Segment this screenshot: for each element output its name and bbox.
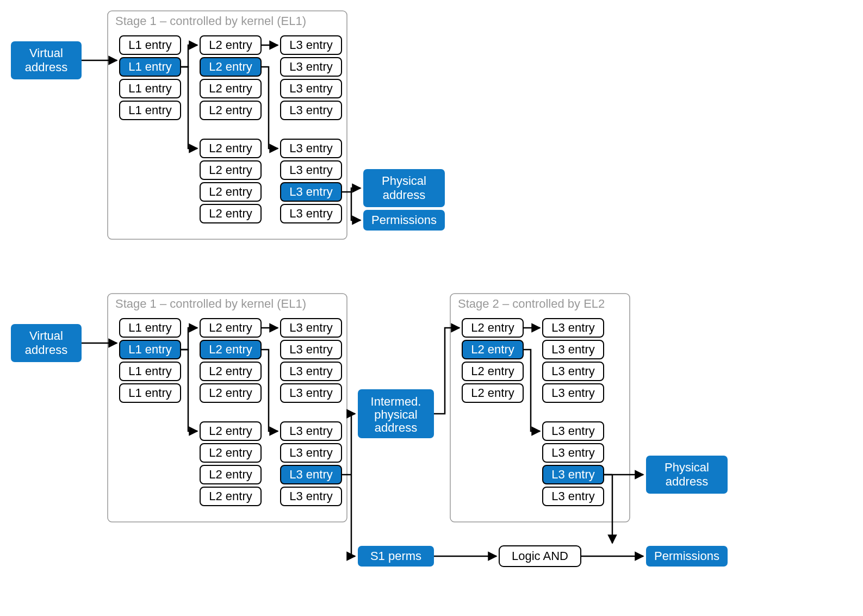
- bot-l2b-0-label: L2 entry: [209, 424, 252, 438]
- s2-l3t-0-label: L3 entry: [551, 321, 595, 334]
- logic-and-label: Logic AND: [512, 549, 568, 563]
- arrow: [351, 475, 355, 556]
- top-l2b-2-label: L2 entry: [209, 185, 252, 198]
- ipa-l3: address: [375, 421, 417, 434]
- bot-l2t-2-label: L2 entry: [209, 364, 252, 378]
- ipa-l2: physical: [374, 408, 417, 421]
- top-l3t-2-label: L3 entry: [289, 82, 333, 95]
- bot-l2b-2-label: L2 entry: [209, 468, 252, 481]
- bot-pa-l2: address: [666, 475, 708, 488]
- bot-va-l1: Virtual: [29, 329, 63, 343]
- bot-l2t-3-label: L2 entry: [209, 386, 252, 400]
- arrow: [181, 350, 197, 431]
- s1-perms-label: S1 perms: [370, 549, 421, 563]
- top-l1-2-label: L1 entry: [128, 82, 172, 95]
- s2-l3b-3-label: L3 entry: [551, 489, 595, 503]
- bot-l1-3-label: L1 entry: [128, 386, 172, 400]
- arrow: [261, 67, 278, 148]
- top-l3b-0-label: L3 entry: [289, 141, 333, 155]
- s2-l3b-2-label: L3 entry: [551, 468, 595, 481]
- top-l2t-1-label: L2 entry: [209, 60, 252, 73]
- arrow: [261, 350, 278, 431]
- arrow: [181, 67, 197, 148]
- arrow: [181, 45, 197, 67]
- top-l2b-1-label: L2 entry: [209, 163, 252, 177]
- bot-l3t-0-label: L3 entry: [289, 321, 333, 334]
- top-va-l1: Virtual: [29, 46, 63, 60]
- top-l2t-2-label: L2 entry: [209, 82, 252, 95]
- top-l3b-2-label: L3 entry: [289, 185, 333, 198]
- arrow: [181, 328, 197, 350]
- s2-l2-2-label: L2 entry: [471, 364, 514, 378]
- bot-l3b-1-label: L3 entry: [289, 446, 333, 459]
- top-perm-label: Permissions: [371, 213, 437, 227]
- top-l2t-0-label: L2 entry: [209, 38, 252, 52]
- bot-l3t-2-label: L3 entry: [289, 364, 333, 378]
- bot-l3t-3-label: L3 entry: [289, 386, 333, 400]
- bot-pa-l1: Physical: [665, 461, 709, 474]
- bot-l3t-1-label: L3 entry: [289, 343, 333, 356]
- s2-l3t-3-label: L3 entry: [551, 386, 595, 400]
- s2-l3b-1-label: L3 entry: [551, 446, 595, 459]
- bot-l2b-3-label: L2 entry: [209, 489, 252, 503]
- top-va-l2: address: [25, 60, 67, 74]
- arrow: [351, 188, 361, 192]
- bot-va-l2: address: [25, 343, 67, 357]
- top-l2b-3-label: L2 entry: [209, 207, 252, 220]
- bot-perm-label: Permissions: [654, 549, 719, 563]
- top-pa-l1: Physical: [382, 174, 426, 188]
- top-l3b-1-label: L3 entry: [289, 163, 333, 177]
- s2-l3t-2-label: L3 entry: [551, 364, 595, 378]
- bot-l3b-3-label: L3 entry: [289, 489, 333, 503]
- top-stage1-box-title: Stage 1 – controlled by kernel (EL1): [115, 14, 306, 28]
- bot-l3b-0-label: L3 entry: [289, 424, 333, 438]
- top-l3t-0-label: L3 entry: [289, 38, 333, 52]
- bot-l2b-1-label: L2 entry: [209, 446, 252, 459]
- arrow: [434, 328, 460, 414]
- top-l3t-1-label: L3 entry: [289, 60, 333, 73]
- bot-l1-1-label: L1 entry: [128, 343, 172, 356]
- top-l1-0-label: L1 entry: [128, 38, 172, 52]
- top-l3t-3-label: L3 entry: [289, 103, 333, 117]
- top-l1-1-label: L1 entry: [128, 60, 172, 73]
- bot-l1-2-label: L1 entry: [128, 364, 172, 378]
- bot-l2t-0-label: L2 entry: [209, 321, 252, 334]
- top-l2b-0-label: L2 entry: [209, 141, 252, 155]
- top-pa-l2: address: [383, 188, 425, 202]
- bot-l2t-1-label: L2 entry: [209, 343, 252, 356]
- arrow: [351, 192, 361, 220]
- s2-l2-0-label: L2 entry: [471, 321, 514, 334]
- s2-l2-3-label: L2 entry: [471, 386, 514, 400]
- top-l2t-3-label: L2 entry: [209, 103, 252, 117]
- top-l1-3-label: L1 entry: [128, 103, 172, 117]
- s2-l3b-0-label: L3 entry: [551, 424, 595, 438]
- ipa-l1: Intermed.: [371, 395, 421, 408]
- s2-l3t-1-label: L3 entry: [551, 343, 595, 356]
- bot-l1-0-label: L1 entry: [128, 321, 172, 334]
- top-l3b-3-label: L3 entry: [289, 207, 333, 220]
- bot-stage1-box-title: Stage 1 – controlled by kernel (EL1): [115, 297, 306, 310]
- s2-l2-1-label: L2 entry: [471, 343, 514, 356]
- bot-l3b-2-label: L3 entry: [289, 468, 333, 481]
- bot-stage2-box-title: Stage 2 – controlled by EL2: [458, 297, 605, 310]
- arrow: [523, 350, 540, 431]
- arrow: [351, 414, 355, 475]
